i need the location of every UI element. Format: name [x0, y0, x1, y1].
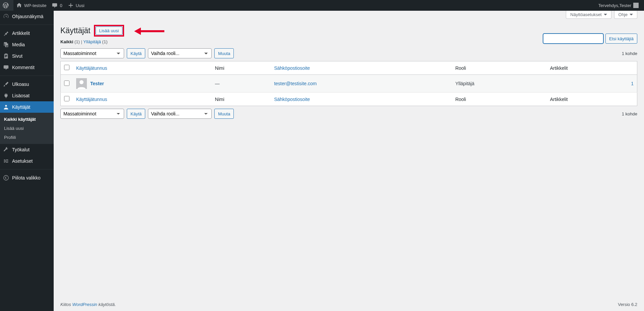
howdy-text: Tervehdys, — [598, 3, 620, 8]
role-change-apply-top[interactable]: Muuta — [214, 48, 234, 58]
wordpress-link[interactable]: WordPressin — [72, 302, 97, 307]
user-role-cell: Ylläpitäjä — [452, 75, 546, 93]
menu-pages[interactable]: Sivut — [0, 50, 54, 62]
menu-separator — [0, 23, 54, 25]
role-change-select-bottom[interactable]: Vaihda rooli... — [148, 109, 212, 119]
col-username-footer[interactable]: Käyttäjätunnus — [73, 93, 212, 106]
collapse-menu[interactable]: Piilota valikko — [0, 172, 54, 184]
version-text: Versio 6.2 — [618, 302, 637, 307]
comment-icon — [52, 2, 58, 8]
svg-point-0 — [4, 175, 8, 180]
menu-plugins[interactable]: Lisäosat — [0, 90, 54, 101]
role-change-apply-bottom[interactable]: Muuta — [214, 109, 234, 119]
submenu-add-new[interactable]: Lisää uusi — [0, 124, 54, 133]
tablenav-bottom: Massatoiminnot Käytä Vaihda rooli... Muu… — [60, 109, 637, 119]
menu-users[interactable]: Käyttäjät — [0, 101, 54, 113]
bulk-action-select-bottom[interactable]: Massatoiminnot — [60, 109, 124, 119]
table-row: Tester — tester@testisite.com Ylläpitäjä… — [61, 75, 637, 93]
select-all-bottom[interactable] — [64, 96, 69, 101]
screen-options-button[interactable]: Näyttöasetukset — [566, 11, 611, 19]
avatar-icon — [76, 78, 87, 89]
comment-icon — [3, 64, 9, 70]
brush-icon — [3, 81, 9, 87]
bulk-apply-top[interactable]: Käytä — [127, 48, 145, 58]
submenu-all-users[interactable]: Kaikki käyttäjät — [0, 115, 54, 124]
new-content-label: Uusi — [76, 3, 85, 8]
bulk-apply-bottom[interactable]: Käytä — [127, 109, 145, 119]
wordpress-icon — [3, 2, 9, 8]
my-account-menu[interactable]: Tervehdys, Tester — [596, 0, 641, 11]
new-content-menu[interactable]: Uusi — [65, 0, 87, 11]
plus-icon — [68, 2, 74, 8]
admin-footer: Kiitos WordPressin käytöstä. Versio 6.2 — [54, 298, 644, 311]
filter-admin[interactable]: Ylläpitäjä — [83, 39, 101, 44]
user-email-link[interactable]: tester@testisite.com — [274, 81, 317, 86]
col-name-footer[interactable]: Nimi — [212, 93, 271, 106]
site-name: WP-testsite — [24, 3, 46, 8]
admin-bar: WP-testsite 0 Uusi Tervehdys, Tester — [0, 0, 644, 11]
menu-dashboard[interactable]: Ohjausnäkymä — [0, 11, 54, 22]
avatar-icon — [633, 3, 639, 8]
dashboard-icon — [3, 13, 9, 19]
help-button[interactable]: Ohje — [614, 11, 637, 19]
menu-separator — [0, 168, 54, 169]
screen-meta-links: Näyttöasetukset Ohje — [54, 11, 644, 19]
users-table: Käyttäjätunnus Nimi Sähköpostiosoite Roo… — [60, 61, 637, 106]
col-email-header[interactable]: Sähköpostiosoite — [271, 61, 452, 75]
col-username-header[interactable]: Käyttäjätunnus — [73, 61, 212, 75]
plug-icon — [3, 93, 9, 99]
comments-menu[interactable]: 0 — [49, 0, 65, 11]
chevron-down-icon — [604, 14, 607, 15]
items-count-top: 1 kohde — [622, 51, 637, 56]
search-input[interactable] — [543, 34, 603, 44]
admin-sidebar: Ohjausnäkymä Artikkelit Media Sivut Komm… — [0, 11, 54, 311]
search-submit-button[interactable]: Etsi käyttäjiä — [605, 34, 637, 44]
tablenav-top: Massatoiminnot Käytä Vaihda rooli... Muu… — [60, 48, 637, 58]
filter-all[interactable]: Kaikki — [60, 39, 73, 44]
search-box: Etsi käyttäjiä — [543, 34, 637, 44]
row-checkbox[interactable] — [64, 81, 69, 86]
wrench-icon — [3, 147, 9, 153]
collapse-icon — [3, 175, 9, 181]
comments-count: 0 — [60, 3, 62, 8]
svg-point-2 — [79, 80, 84, 84]
media-icon — [3, 42, 9, 48]
bulk-action-select-top[interactable]: Massatoiminnot — [60, 48, 124, 58]
sliders-icon — [3, 158, 9, 164]
user-posts-link[interactable]: 1 — [631, 81, 634, 86]
menu-posts[interactable]: Artikkelit — [0, 28, 54, 39]
menu-settings[interactable]: Asetukset — [0, 155, 54, 167]
role-change-select-top[interactable]: Vaihda rooli... — [148, 48, 212, 58]
menu-separator — [0, 74, 54, 76]
home-icon — [16, 2, 22, 8]
howdy-user: Tester — [620, 3, 631, 8]
highlight-annotation: Lisää uusi — [94, 25, 124, 37]
select-all-top[interactable] — [64, 65, 69, 70]
page-icon — [3, 53, 9, 59]
add-new-button[interactable]: Lisää uusi — [96, 27, 123, 35]
col-name-header[interactable]: Nimi — [212, 61, 271, 75]
wp-logo-menu[interactable] — [0, 0, 13, 11]
menu-comments[interactable]: Kommentit — [0, 62, 54, 73]
items-count-bottom: 1 kohde — [622, 111, 637, 116]
page-title: Käyttäjät — [60, 26, 91, 35]
user-icon — [3, 104, 9, 110]
col-role-footer[interactable]: Rooli — [452, 93, 546, 106]
arrow-annotation — [134, 28, 164, 34]
menu-appearance[interactable]: Ulkoasu — [0, 79, 54, 90]
col-posts-footer[interactable]: Artikkelit — [547, 93, 637, 106]
site-name-menu[interactable]: WP-testsite — [13, 0, 49, 11]
col-role-header[interactable]: Rooli — [452, 61, 546, 75]
user-name-cell: — — [212, 75, 271, 93]
menu-media[interactable]: Media — [0, 39, 54, 50]
user-link[interactable]: Tester — [90, 81, 104, 86]
chevron-down-icon — [630, 14, 633, 15]
col-email-footer[interactable]: Sähköpostiosoite — [271, 93, 452, 106]
col-posts-header[interactable]: Artikkelit — [547, 61, 637, 75]
pin-icon — [3, 30, 9, 36]
submenu-profile[interactable]: Profiili — [0, 133, 54, 142]
menu-tools[interactable]: Työkalut — [0, 144, 54, 155]
users-submenu: Kaikki käyttäjät Lisää uusi Profiili — [0, 113, 54, 144]
